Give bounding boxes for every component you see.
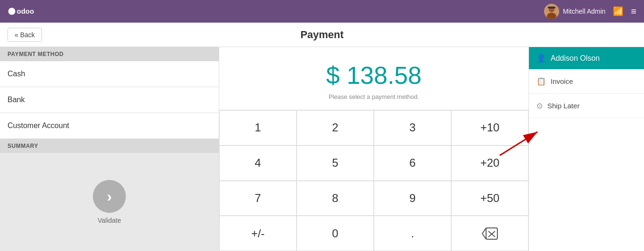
customer-header[interactable]: 👤 Addison Olson	[529, 47, 644, 69]
payment-method-header: PAYMENT METHOD	[0, 47, 219, 61]
svg-line-7	[482, 228, 486, 234]
top-header: odoo Mitchell Admin 📶 ≡	[0, 0, 644, 23]
invoice-label: Invoice	[551, 77, 573, 85]
center-panel: $ 138.58 Please select a payment method.…	[219, 47, 529, 251]
numpad-plus10[interactable]: +10	[451, 110, 528, 146]
customer-name: Addison Olson	[551, 54, 600, 63]
customer-icon: 👤	[537, 54, 546, 63]
svg-rect-5	[548, 7, 555, 8]
invoice-item[interactable]: 📋 Invoice	[529, 69, 644, 94]
payment-method-bank[interactable]: Bank	[0, 87, 219, 113]
numpad-5[interactable]: 5	[297, 146, 374, 181]
summary-section: SUMMARY › Validate	[0, 139, 219, 251]
wifi-icon: 📶	[613, 6, 623, 16]
payment-method-cash[interactable]: Cash	[0, 61, 219, 87]
svg-point-0	[8, 8, 16, 15]
currency-symbol: $	[326, 62, 347, 89]
back-button-label: « Back	[15, 31, 35, 39]
sub-header: « Back Payment	[0, 23, 644, 47]
avatar	[544, 4, 559, 19]
back-button[interactable]: « Back	[8, 28, 42, 42]
numpad-9[interactable]: 9	[374, 181, 451, 216]
right-panel: 👤 Addison Olson 📋 Invoice ⊙ Ship Later	[529, 47, 644, 251]
amount-value: $ 138.58	[229, 61, 519, 89]
header-right-area: Mitchell Admin 📶 ≡	[544, 4, 636, 19]
validate-chevron-icon: ›	[107, 188, 112, 205]
numpad-0[interactable]: 0	[297, 216, 374, 251]
numpad-1[interactable]: 1	[219, 110, 297, 146]
invoice-icon: 📋	[537, 77, 546, 86]
svg-line-8	[482, 234, 486, 239]
validate-area: › Validate	[0, 153, 219, 251]
ship-later-label: Ship Later	[547, 102, 579, 110]
ship-later-icon: ⊙	[537, 101, 543, 110]
left-panel: PAYMENT METHOD Cash Bank Customer Accoun…	[0, 47, 219, 251]
numpad-7[interactable]: 7	[219, 181, 297, 216]
numpad: 1 2 3 +10 4 5 6 +20 7 8 9 +50 +/- 0 .	[219, 110, 528, 251]
odoo-logo-icon: odoo	[8, 4, 36, 18]
hamburger-menu-icon[interactable]: ≡	[631, 6, 636, 17]
validate-button[interactable]: ›	[93, 180, 126, 213]
page-title: Payment	[300, 29, 344, 41]
user-name-label: Mitchell Admin	[563, 8, 605, 15]
numpad-6[interactable]: 6	[374, 146, 451, 181]
main-content: PAYMENT METHOD Cash Bank Customer Accoun…	[0, 47, 644, 251]
numpad-dot[interactable]: .	[374, 216, 451, 251]
amount-number: 138.58	[347, 62, 421, 89]
svg-text:odoo: odoo	[17, 7, 34, 15]
numpad-2[interactable]: 2	[297, 110, 374, 146]
logo-area: odoo	[8, 4, 36, 18]
amount-display: $ 138.58 Please select a payment method.	[219, 47, 528, 110]
numpad-plus20[interactable]: +20	[451, 146, 528, 181]
numpad-plusminus[interactable]: +/-	[219, 216, 297, 251]
amount-hint: Please select a payment method.	[229, 93, 519, 100]
backspace-icon	[481, 227, 498, 240]
numpad-4[interactable]: 4	[219, 146, 297, 181]
numpad-plus50[interactable]: +50	[451, 181, 528, 216]
payment-method-customer-account[interactable]: Customer Account	[0, 113, 219, 139]
ship-later-item[interactable]: ⊙ Ship Later	[529, 94, 644, 118]
numpad-3[interactable]: 3	[374, 110, 451, 146]
validate-label: Validate	[98, 217, 121, 224]
user-info: Mitchell Admin	[544, 4, 605, 19]
summary-header: SUMMARY	[0, 139, 219, 153]
numpad-backspace[interactable]	[451, 216, 528, 251]
numpad-8[interactable]: 8	[297, 181, 374, 216]
